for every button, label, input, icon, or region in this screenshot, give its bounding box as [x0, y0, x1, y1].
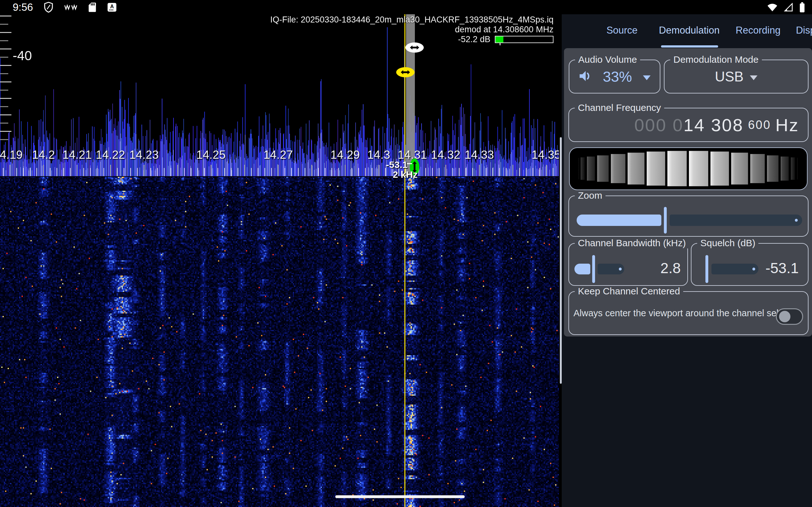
sdr-view: IQ-File: 20250330-183446_20m_mla30_HACKR… — [0, 14, 559, 507]
freq-scale-label: 14.27 — [264, 148, 293, 162]
tab-source[interactable]: Source — [606, 25, 638, 36]
panel-vertical-scrollbar[interactable] — [560, 137, 562, 384]
freq-scale-label: 14.25 — [196, 148, 226, 162]
tab-demodulation[interactable]: Demodulation — [659, 25, 719, 36]
subtitles-a-icon: A — [107, 3, 117, 12]
channel-frequency-display[interactable]: 000 0 14 308 600 Hz — [635, 108, 799, 141]
bandwidth-slider-inactive-track[interactable] — [598, 264, 624, 274]
volume-caret-icon[interactable] — [643, 75, 651, 80]
group-demodulation-mode: Demodulation Mode USB — [664, 60, 809, 94]
waveform-icon — [64, 4, 78, 11]
channel-bandwidth-value: 2.8 — [660, 260, 681, 277]
overlay-texts: IQ-File: 20250330-183446_20m_mla30_HACKR… — [0, 15, 554, 44]
signal-meter-fill — [496, 37, 503, 43]
frequency-main-digits[interactable]: 14 308 — [683, 115, 744, 135]
control-panel: Source Demodulation Recording Display Au… — [562, 14, 812, 507]
freq-scale-label: 14.29 — [331, 148, 360, 162]
waterfall-canvas[interactable] — [0, 177, 559, 507]
bandwidth-slider-active-track[interactable] — [574, 264, 590, 274]
group-channel-frequency: Channel Frequency 000 0 14 308 600 Hz — [568, 108, 809, 142]
mode-caret-icon[interactable] — [750, 75, 757, 80]
speaker-icon[interactable] — [578, 70, 592, 83]
freq-scale-label: 14.22 — [96, 148, 125, 162]
demod-frequency-label: demod at 14.308600 MHz — [0, 25, 554, 35]
status-bar: 9:56 A — [0, 0, 812, 14]
squelch-pointer-line — [407, 163, 412, 164]
tuning-frequency-line — [404, 14, 405, 507]
bandwidth-slider-handle[interactable] — [592, 255, 595, 283]
frequency-dim-digits[interactable]: 000 0 — [635, 115, 683, 135]
signal-meter-tick — [500, 43, 501, 45]
signal-meter — [495, 36, 554, 43]
squelch-slider-end-dot — [752, 268, 755, 271]
bandwidth-value-overlay: 2 kHz — [389, 169, 422, 180]
freq-scale-label: 14.21 — [62, 148, 92, 162]
zoom-slider-end-dot — [795, 219, 798, 222]
zoom-label: Zoom — [575, 190, 606, 201]
app-screen: 9:56 A — [0, 0, 812, 507]
battery-icon — [799, 2, 805, 12]
squelch-level-overlay: -53.1 — [377, 159, 408, 170]
zoom-slider-inactive-track[interactable] — [670, 215, 802, 226]
tab-display[interactable]: Display — [796, 25, 812, 36]
db-axis-label: -40 — [13, 48, 32, 63]
sd-card-icon — [88, 2, 96, 12]
demodulation-mode-value[interactable]: USB — [715, 69, 744, 84]
tuning-dial[interactable] — [569, 147, 808, 190]
keep-centered-description: Always center the viewport around the ch… — [573, 292, 799, 334]
frequency-small-digits[interactable]: 600 — [748, 118, 771, 132]
channel-bandwidth-label: Channel Bandwidth (kHz) — [575, 238, 689, 248]
freq-scale-label: 14.35 — [531, 148, 559, 162]
keep-centered-toggle[interactable] — [776, 308, 803, 325]
bandwidth-slider-end-dot — [619, 268, 622, 271]
wifi-icon — [767, 3, 778, 12]
group-audio-volume: Audio Volume 33% — [569, 60, 660, 94]
group-squelch: Squelch (dB) -53.1 — [691, 243, 809, 286]
frequency-unit: Hz — [775, 115, 799, 135]
tab-recording[interactable]: Recording — [735, 25, 780, 36]
squelch-slider-inactive-track[interactable] — [711, 264, 758, 274]
demodulation-card: Audio Volume 33% Demodulation Mode USB C… — [564, 48, 812, 337]
zoom-slider-active-track[interactable] — [577, 215, 661, 226]
cell-signal-icon — [783, 3, 794, 12]
signal-level-label: -52.2 dB — [458, 35, 490, 44]
group-channel-bandwidth: Channel Bandwidth (kHz) 2.8 — [568, 243, 688, 286]
waterfall-horizontal-scrollbar[interactable] — [335, 495, 465, 498]
group-zoom: Zoom — [568, 195, 809, 237]
shield-icon — [44, 2, 53, 13]
group-keep-channel-centered: Keep Channel Centered Always center the … — [568, 291, 809, 335]
iq-file-label: IQ-File: 20250330-183446_20m_mla30_HACKR… — [0, 15, 554, 25]
freq-scale-label: 14.2 — [32, 148, 55, 162]
status-time: 9:56 — [13, 1, 33, 13]
squelch-slider-handle[interactable] — [705, 255, 708, 283]
freq-scale-label: 14.23 — [130, 148, 159, 162]
freq-scale-label: 14.19 — [0, 148, 22, 162]
audio-volume-value[interactable]: 33% — [603, 68, 632, 85]
svg-text:A: A — [110, 3, 114, 9]
squelch-value: -53.1 — [765, 260, 799, 277]
frequency-drag-handle[interactable] — [396, 67, 415, 77]
squelch-label: Squelch (dB) — [697, 238, 758, 248]
tuning-dial-canvas[interactable] — [575, 150, 801, 187]
keep-centered-toggle-thumb — [779, 311, 791, 322]
freq-scale-label: 14.32 — [431, 148, 461, 162]
zoom-slider-handle[interactable] — [664, 207, 667, 233]
active-tab-indicator — [661, 45, 718, 48]
freq-scale-label: 14.33 — [465, 148, 494, 162]
